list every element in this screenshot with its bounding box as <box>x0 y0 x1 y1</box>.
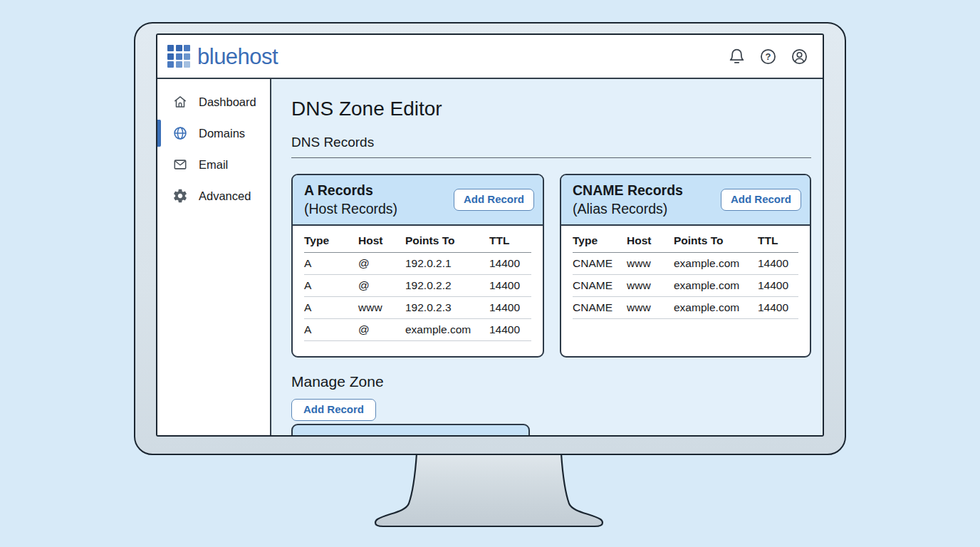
notification-bell-icon[interactable] <box>728 48 746 66</box>
table-row: A @ example.com 14400 <box>304 319 531 341</box>
section-title: DNS Records <box>291 135 811 150</box>
help-icon[interactable]: ? <box>759 48 777 66</box>
table-row: CNAME www example.com 14400 <box>573 297 798 319</box>
manage-zone-title: Manage Zone <box>291 373 811 390</box>
a-records-add-record-button[interactable]: Add Record <box>454 189 534 211</box>
monitor-stand <box>342 453 641 531</box>
cell-type: CNAME <box>573 279 627 292</box>
table-row: A @ 192.0.2.2 14400 <box>304 275 531 297</box>
screen: bluehost ? <box>156 33 824 437</box>
app-header: bluehost ? <box>157 35 823 79</box>
cell-type: A <box>304 257 358 270</box>
cell-points-to: example.com <box>674 279 758 292</box>
manage-zone-add-record-button[interactable]: Add Record <box>291 399 376 421</box>
partial-card-button[interactable] <box>483 435 517 437</box>
cell-host: @ <box>358 323 405 336</box>
cell-ttl: 14400 <box>489 323 531 336</box>
cell-type: CNAME <box>573 257 627 270</box>
bluehost-logo-text: bluehost <box>197 46 278 68</box>
cell-ttl: 14400 <box>758 257 798 270</box>
cell-ttl: 14400 <box>489 279 531 292</box>
partial-record-card <box>291 424 530 437</box>
cname-records-table: Type Host Points To TTL CNAME www exampl… <box>561 226 810 319</box>
monitor-frame: bluehost ? <box>134 22 846 455</box>
table-header-row: Type Host Points To TTL <box>304 230 531 253</box>
account-icon[interactable] <box>791 48 808 66</box>
sidebar-item-label: Dashboard <box>199 95 256 109</box>
cell-type: A <box>304 301 358 314</box>
cell-ttl: 14400 <box>758 301 798 314</box>
a-records-table: Type Host Points To TTL A @ 192.0.2.1 14… <box>293 226 543 341</box>
cell-points-to: example.com <box>405 323 489 336</box>
table-row: CNAME www example.com 14400 <box>573 275 798 297</box>
cell-host: www <box>627 257 674 270</box>
cname-records-card-title: CNAME Records (Alias Records) <box>573 182 683 218</box>
cell-ttl: 14400 <box>489 301 531 314</box>
mail-icon <box>172 157 188 172</box>
cell-host: www <box>627 301 674 314</box>
cell-host: @ <box>358 257 405 270</box>
globe-icon <box>172 125 188 141</box>
a-records-card-title: A Records (Host Records) <box>304 182 397 218</box>
sidebar-item-label: Domains <box>199 127 245 140</box>
section-divider <box>291 157 811 158</box>
cell-host: www <box>627 279 674 292</box>
gear-icon <box>172 188 188 204</box>
cname-records-card-header: CNAME Records (Alias Records) Add Record <box>561 175 810 226</box>
sidebar-item-email[interactable]: Email <box>157 149 270 180</box>
cell-points-to: 192.0.2.1 <box>405 257 489 270</box>
cell-ttl: 14400 <box>489 257 531 270</box>
cname-records-card: CNAME Records (Alias Records) Add Record… <box>560 174 811 358</box>
table-row: A @ 192.0.2.1 14400 <box>304 253 531 275</box>
main-content: DNS Zone Editor DNS Records A Records (H… <box>271 79 823 435</box>
cell-host: www <box>358 301 405 314</box>
cell-points-to: example.com <box>674 257 758 270</box>
a-records-card: A Records (Host Records) Add Record Type… <box>291 174 544 358</box>
cell-type: A <box>304 279 358 292</box>
svg-text:?: ? <box>766 51 771 62</box>
cell-type: CNAME <box>573 301 627 314</box>
table-row: CNAME www example.com 14400 <box>573 253 798 275</box>
sidebar: Dashboard Domains Email <box>157 79 271 435</box>
sidebar-item-dashboard[interactable]: Dashboard <box>157 86 270 118</box>
cell-points-to: 192.0.2.2 <box>405 279 489 292</box>
cname-records-add-record-button[interactable]: Add Record <box>721 189 801 211</box>
table-row: A www 192.0.2.3 14400 <box>304 297 531 319</box>
cell-points-to: 192.0.2.3 <box>405 301 489 314</box>
cell-ttl: 14400 <box>758 279 798 292</box>
sidebar-item-label: Email <box>199 158 228 172</box>
cell-host: @ <box>358 279 405 292</box>
table-header-row: Type Host Points To TTL <box>573 230 798 253</box>
sidebar-item-label: Advanced <box>199 189 251 203</box>
a-records-card-header: A Records (Host Records) Add Record <box>293 175 543 226</box>
sidebar-item-domains[interactable]: Domains <box>157 118 270 149</box>
home-icon <box>172 94 188 110</box>
cell-points-to: example.com <box>674 301 758 314</box>
bluehost-logo-icon <box>167 45 190 68</box>
sidebar-item-advanced[interactable]: Advanced <box>157 180 270 212</box>
bluehost-logo[interactable]: bluehost <box>167 45 278 68</box>
cell-type: A <box>304 323 358 336</box>
page-title: DNS Zone Editor <box>291 98 811 120</box>
